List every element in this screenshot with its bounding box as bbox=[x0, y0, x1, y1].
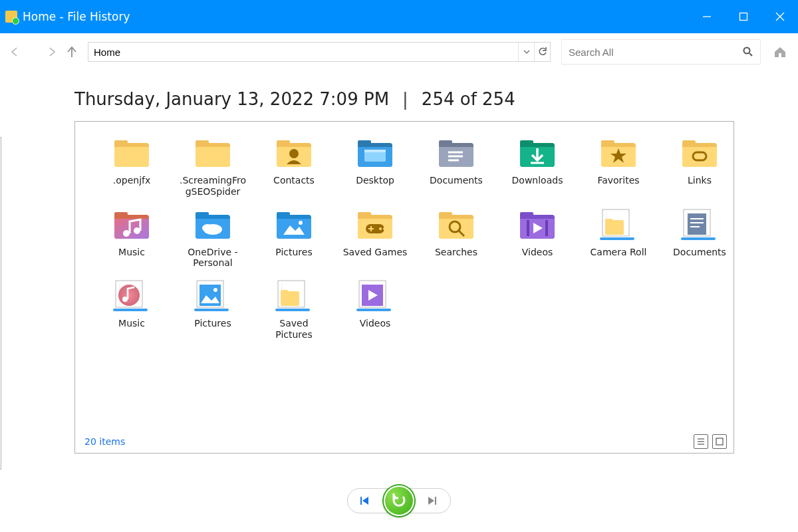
file-item[interactable]: Contacts bbox=[257, 132, 331, 198]
file-item[interactable]: Pictures bbox=[257, 204, 331, 269]
file-item[interactable]: OneDrive - Personal bbox=[176, 204, 249, 269]
svg-rect-45 bbox=[356, 309, 391, 311]
maximize-button[interactable] bbox=[725, 0, 761, 33]
file-item[interactable]: Favorites bbox=[582, 132, 655, 198]
svg-rect-1 bbox=[739, 13, 747, 21]
file-item-label: .ScreamingFrogSEOSpider bbox=[180, 175, 246, 198]
svg-rect-42 bbox=[275, 309, 310, 311]
folder-games-icon bbox=[352, 205, 398, 244]
navigation-bar bbox=[0, 33, 798, 70]
back-button[interactable] bbox=[7, 44, 23, 60]
folder-downloads-icon bbox=[514, 134, 561, 172]
close-button[interactable] bbox=[761, 0, 798, 33]
status-item-count: 20 items bbox=[84, 436, 125, 447]
file-item[interactable]: Downloads bbox=[501, 132, 574, 198]
folder-favorites-icon bbox=[595, 134, 642, 172]
version-heading: Thursday, January 13, 2022 7:09 PM | 254… bbox=[0, 70, 798, 121]
previous-version-pane-edge bbox=[0, 137, 1, 469]
file-item-label: Videos bbox=[360, 318, 391, 330]
file-item[interactable]: Documents bbox=[663, 204, 736, 269]
file-item[interactable]: Saved Games bbox=[338, 204, 412, 269]
svg-rect-40 bbox=[194, 309, 229, 311]
heading-separator: | bbox=[402, 89, 408, 109]
home-button[interactable] bbox=[770, 42, 790, 62]
library-pictures-icon bbox=[190, 277, 236, 315]
svg-rect-28 bbox=[688, 213, 706, 235]
content-panel: .openjfx .ScreamingFrogSEOSpider Contact… bbox=[74, 121, 734, 454]
svg-rect-36 bbox=[113, 309, 148, 311]
forward-button[interactable] bbox=[44, 44, 60, 60]
folder-videos-icon bbox=[514, 205, 561, 244]
file-item[interactable]: Saved Pictures bbox=[257, 275, 331, 340]
file-item[interactable]: Searches bbox=[420, 204, 493, 269]
up-button[interactable] bbox=[64, 44, 80, 60]
svg-point-6 bbox=[289, 149, 299, 158]
file-item-label: .openjfx bbox=[113, 175, 151, 187]
file-item-label: Downloads bbox=[512, 175, 563, 187]
svg-rect-8 bbox=[364, 150, 386, 152]
search-input[interactable] bbox=[562, 47, 736, 58]
file-item-label: Pictures bbox=[275, 247, 312, 259]
svg-rect-24 bbox=[545, 220, 548, 236]
file-item[interactable]: Videos bbox=[501, 204, 574, 269]
svg-rect-23 bbox=[527, 220, 529, 236]
file-item-label: Searches bbox=[435, 247, 477, 259]
minimize-button[interactable] bbox=[688, 0, 725, 33]
folder-icon bbox=[108, 134, 155, 172]
file-item-label: Favorites bbox=[597, 175, 639, 187]
file-item[interactable]: Camera Roll bbox=[582, 204, 655, 269]
next-version-button[interactable] bbox=[414, 489, 450, 513]
svg-point-20 bbox=[383, 227, 386, 230]
previous-version-button[interactable] bbox=[348, 489, 384, 513]
search-button[interactable] bbox=[736, 40, 760, 64]
file-item[interactable]: Desktop bbox=[338, 132, 412, 198]
version-date: Thursday, January 13, 2022 7:09 PM bbox=[74, 89, 389, 109]
address-bar[interactable] bbox=[88, 42, 551, 62]
folder-links-icon bbox=[676, 134, 723, 172]
folder-search-icon bbox=[433, 205, 479, 244]
library-music-icon bbox=[108, 277, 155, 315]
library-documents-icon bbox=[676, 205, 723, 244]
folder-documents-icon bbox=[433, 134, 479, 172]
file-item[interactable]: Pictures bbox=[176, 275, 249, 340]
file-grid: .openjfx .ScreamingFrogSEOSpider Contact… bbox=[75, 122, 733, 340]
svg-point-17 bbox=[299, 221, 303, 225]
app-icon bbox=[5, 11, 17, 23]
restore-button[interactable] bbox=[384, 485, 414, 516]
window-title: Home - File History bbox=[23, 10, 130, 23]
file-item[interactable]: Music bbox=[95, 275, 168, 340]
svg-rect-32 bbox=[681, 237, 716, 240]
file-item-label: Camera Roll bbox=[591, 247, 647, 259]
folder-music-icon bbox=[108, 205, 155, 244]
library-saved-pictures-icon bbox=[271, 277, 317, 315]
folder-contacts-icon bbox=[271, 134, 317, 172]
file-item[interactable]: Videos bbox=[338, 275, 412, 340]
file-item[interactable]: Documents bbox=[420, 132, 493, 198]
file-item-label: Music bbox=[118, 247, 145, 259]
search-bar[interactable] bbox=[561, 39, 761, 65]
title-bar: Home - File History bbox=[0, 0, 798, 33]
svg-point-39 bbox=[213, 288, 217, 292]
refresh-button[interactable] bbox=[534, 43, 550, 61]
folder-pictures-icon bbox=[271, 205, 317, 244]
file-item-label: Desktop bbox=[356, 175, 394, 187]
file-item[interactable]: Music bbox=[95, 204, 168, 269]
svg-rect-26 bbox=[600, 237, 634, 240]
address-dropdown-button[interactable] bbox=[518, 43, 534, 61]
icons-view-button[interactable] bbox=[712, 434, 727, 449]
folder-desktop-icon bbox=[352, 134, 398, 172]
svg-point-4 bbox=[744, 48, 750, 54]
address-input[interactable] bbox=[88, 47, 518, 58]
library-videos-icon bbox=[352, 277, 398, 315]
file-item[interactable]: .ScreamingFrogSEOSpider bbox=[176, 132, 249, 198]
file-item-label: Pictures bbox=[194, 318, 231, 330]
file-item[interactable]: Links bbox=[663, 132, 736, 198]
details-view-button[interactable] bbox=[694, 434, 708, 449]
file-item-label: Saved Pictures bbox=[261, 318, 327, 340]
folder-icon bbox=[190, 134, 236, 172]
file-item-label: Videos bbox=[522, 247, 553, 259]
svg-rect-49 bbox=[716, 438, 723, 445]
file-item[interactable]: .openjfx bbox=[95, 132, 168, 198]
file-item-label: Contacts bbox=[273, 175, 315, 187]
file-item-label: OneDrive - Personal bbox=[180, 247, 246, 269]
